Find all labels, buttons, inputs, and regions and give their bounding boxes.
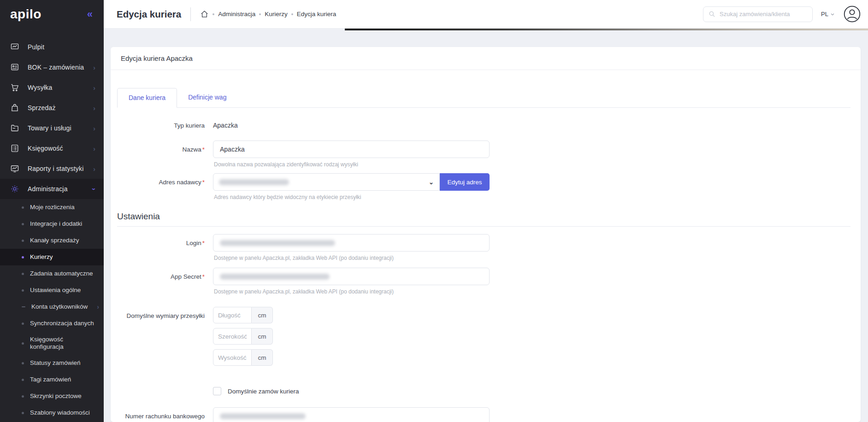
- collapse-sidebar-icon[interactable]: «: [87, 9, 93, 19]
- header-actions: PL: [703, 6, 868, 23]
- bank-account-input[interactable]: [213, 407, 490, 422]
- submenu-item-label: Statusy zamówień: [30, 359, 81, 367]
- breadcrumb-separator: [213, 13, 214, 15]
- submenu-item-zadania-automatyczne[interactable]: Zadania automatyczne: [0, 265, 104, 282]
- field-row-numer-rachunku: Numer rachunku bankowego * Numer konta b…: [117, 407, 850, 422]
- loading-bar: [345, 29, 868, 30]
- dash-bullet-icon: [22, 306, 25, 307]
- submenu-item-statusy-zamowien[interactable]: Statusy zamówień: [0, 355, 104, 371]
- default-order-courier-option[interactable]: Domyślnie zamów kuriera: [213, 387, 850, 395]
- edit-address-button[interactable]: Edytuj adres: [440, 173, 490, 191]
- sidebar-item-sprzedaz[interactable]: Sprzedaż ›: [0, 98, 104, 118]
- bullet-icon: [22, 240, 24, 242]
- dimension-height: cm: [213, 349, 850, 366]
- submenu-item-ksiegowosc-konfiguracja[interactable]: Księgowość konfiguracja: [0, 332, 104, 355]
- page-title: Edycja kuriera: [117, 9, 181, 20]
- courier-edit-card: Edycja kuriera Apaczka Dane kuriera Defi…: [111, 47, 861, 422]
- submenu-item-integracje-i-dodatki[interactable]: Integracje i dodatki: [0, 216, 104, 232]
- submenu-item-kanaly-sprzedazy[interactable]: Kanały sprzedaży: [0, 232, 104, 249]
- sidebar-item-towary-i-uslugi[interactable]: Towary i usługi ›: [0, 118, 104, 138]
- field-row-wymiary: Domyślne wymiary przesyłki cm cm: [117, 307, 850, 370]
- sidebar-item-ksiegowosc[interactable]: Księgowość ›: [0, 138, 104, 158]
- search-input[interactable]: [720, 11, 808, 18]
- products-folder-icon: [10, 123, 19, 133]
- height-input[interactable]: [213, 349, 252, 366]
- user-avatar[interactable]: [844, 6, 861, 23]
- field-row-app-secret: App Secret* Dostępne w panelu Apaczka.pl…: [117, 268, 850, 295]
- breadcrumb-separator: [291, 13, 293, 15]
- bullet-icon: [22, 206, 24, 209]
- length-input[interactable]: [213, 307, 252, 323]
- bullet-icon: [22, 256, 24, 258]
- redacted-value: [219, 179, 289, 185]
- bullet-icon: [22, 362, 24, 364]
- bullet-icon: [22, 273, 24, 275]
- login-input[interactable]: [213, 234, 490, 252]
- unit-addon: cm: [252, 307, 273, 323]
- submenu-item-label: Księgowość konfiguracja: [30, 336, 90, 351]
- submenu-item-synchronizacja-danych[interactable]: Synchronizacja danych: [0, 315, 104, 332]
- field-label: Login*: [117, 234, 205, 247]
- sidebar-item-administracja[interactable]: Administracja ›: [0, 179, 104, 199]
- sidebar-item-raporty-i-statystyki[interactable]: Raporty i statystyki ›: [0, 158, 104, 179]
- accounting-icon: [10, 144, 19, 153]
- chevron-right-icon: ›: [93, 105, 95, 111]
- submenu-item-szablony-wiadomosci[interactable]: Szablony wiadomości: [0, 404, 104, 421]
- sidebar-item-wysylka[interactable]: Wysyłka ›: [0, 77, 104, 98]
- sidebar-item-label: Sprzedaż: [28, 104, 56, 111]
- sidebar-nav: Pulpit BOK – zamówienia › Wysyłka › Sprz…: [0, 29, 104, 421]
- user-icon: [844, 6, 861, 23]
- sidebar-item-label: Raporty i statystyki: [28, 165, 83, 172]
- chevron-right-icon: ›: [93, 125, 95, 132]
- language-label: PL: [821, 11, 828, 18]
- field-row-domyslnie-zamow: Domyślnie zamów kuriera: [117, 387, 850, 395]
- sidebar-item-bok-zamowienia[interactable]: BOK – zamówienia ›: [0, 57, 104, 77]
- shipping-cart-icon: [10, 83, 19, 92]
- submenu-item-konta-uzytkownikow[interactable]: Konta użytkowników ›: [0, 299, 104, 315]
- bullet-icon: [22, 379, 24, 381]
- checkbox-unchecked[interactable]: [213, 387, 221, 395]
- global-search: [703, 6, 813, 22]
- search-icon: [708, 10, 716, 18]
- dashboard-icon: [10, 42, 19, 52]
- bullet-icon: [22, 289, 24, 292]
- submenu-item-label: Integracje i dodatki: [30, 220, 82, 228]
- tab-dane-kuriera[interactable]: Dane kuriera: [117, 88, 177, 108]
- sidebar-item-label: BOK – zamówienia: [28, 64, 84, 71]
- settings-section-header: Ustawienia: [117, 211, 850, 227]
- language-selector[interactable]: PL: [821, 11, 835, 18]
- submenu-item-tagi-zamowien[interactable]: Tagi zamówień: [0, 371, 104, 388]
- width-input[interactable]: [213, 328, 252, 345]
- home-icon[interactable]: [200, 10, 209, 18]
- field-label: Nazwa*: [117, 141, 205, 153]
- required-marker: *: [202, 146, 205, 153]
- sales-bag-icon: [10, 103, 19, 112]
- field-helper: Dowolna nazwa pozwalająca zidentyfikować…: [214, 161, 850, 168]
- required-marker: *: [202, 240, 205, 246]
- tab-definicje-wag[interactable]: Definicje wag: [177, 88, 237, 108]
- sender-address-select[interactable]: ⌄: [213, 173, 440, 191]
- submenu-item-skrzynki-pocztowe[interactable]: Skrzynki pocztowe: [0, 388, 104, 404]
- submenu-item-kurierzy[interactable]: Kurierzy: [0, 249, 104, 265]
- submenu-item-label: Tagi zamówień: [30, 376, 71, 383]
- field-label: Numer rachunku bankowego *: [117, 407, 205, 422]
- apilo-logo: apilo: [10, 7, 41, 22]
- breadcrumb-edycja-kuriera: Edycja kuriera: [297, 11, 337, 18]
- breadcrumb-kurierzy[interactable]: Kurierzy: [265, 11, 288, 18]
- chevron-right-icon: ›: [93, 84, 95, 91]
- redacted-value: [220, 274, 330, 280]
- breadcrumb-administracja[interactable]: Administracja: [218, 11, 255, 18]
- submenu-item-moje-rozliczenia[interactable]: Moje rozliczenia: [0, 199, 104, 216]
- checkbox-label: Domyślnie zamów kuriera: [228, 388, 299, 395]
- submenu-item-ustawienia-ogolne[interactable]: Ustawienia ogólne: [0, 282, 104, 299]
- sidebar-item-label: Administracja: [28, 185, 68, 193]
- chevron-down-icon: [830, 12, 835, 17]
- app-secret-input[interactable]: [213, 268, 490, 285]
- header-divider: [190, 7, 191, 21]
- dimension-length: cm: [213, 307, 850, 323]
- field-label: Typ kuriera: [117, 121, 205, 129]
- field-label: Domyślne wymiary przesyłki: [117, 307, 205, 320]
- sidebar-item-pulpit[interactable]: Pulpit: [0, 37, 104, 57]
- breadcrumb-separator: [259, 13, 261, 15]
- name-input[interactable]: [213, 141, 490, 158]
